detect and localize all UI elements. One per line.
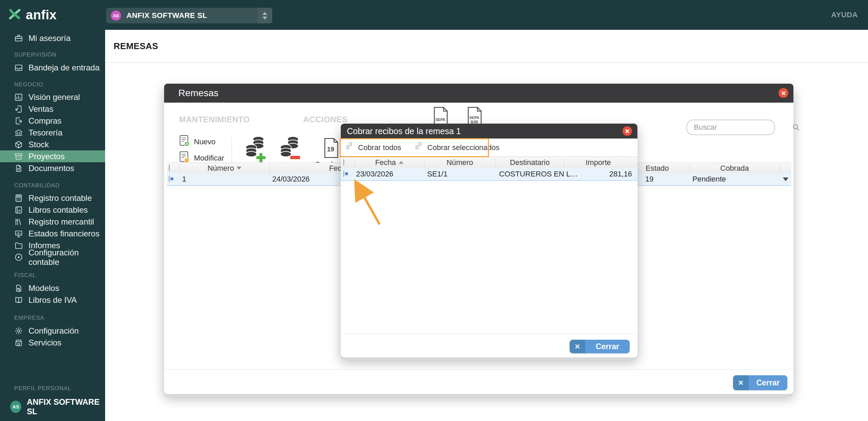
collect-coins-icon bbox=[244, 135, 266, 165]
coins-disabled-icon bbox=[345, 141, 354, 154]
cobrar-todos-button[interactable]: Cobrar todos bbox=[345, 141, 401, 154]
svg-text:SEPA: SEPA bbox=[435, 118, 445, 122]
column-header-destinatario[interactable]: Destinatario bbox=[495, 157, 564, 168]
row-checkbox[interactable] bbox=[169, 176, 170, 182]
sidebar-item-label: Libros de IVA bbox=[28, 295, 77, 305]
sidebar-item-stock[interactable]: Stock bbox=[0, 139, 105, 150]
cobrar-cerrar-button[interactable]: Cerrar bbox=[570, 340, 630, 353]
sidebar-item-label: Ventas bbox=[28, 104, 53, 114]
cobrar-modal-header: Cobrar recibos de la remesa 1 bbox=[341, 124, 637, 139]
row-dropdown-icon[interactable] bbox=[783, 177, 788, 181]
modificar-label: Modificar bbox=[194, 154, 224, 163]
cobrar-modal-toolbar: Cobrar todos Cobrar seleccionados bbox=[341, 139, 637, 156]
sort-desc-icon bbox=[237, 167, 241, 170]
sidebar-item-tesoreria[interactable]: Tesorería bbox=[0, 127, 105, 139]
sidebar-item-proyectos[interactable]: Proyectos bbox=[0, 150, 105, 162]
sidebar-item-configuracion[interactable]: Configuración bbox=[0, 325, 105, 337]
cell-cobrada: Pendiente bbox=[692, 173, 726, 185]
sidebar-item-label: Registro contable bbox=[28, 193, 92, 203]
storefront-icon bbox=[14, 338, 23, 347]
cuaderno19-document-icon: 19 bbox=[323, 138, 339, 160]
footer-divider bbox=[341, 334, 637, 334]
remesas-modal-title: Remesas bbox=[178, 84, 218, 103]
search-input[interactable] bbox=[693, 123, 792, 132]
cell-fecha: 23/03/2026 bbox=[356, 168, 393, 180]
column-header-cobrada[interactable]: Cobrada bbox=[690, 163, 780, 173]
calculator-icon bbox=[14, 194, 23, 203]
briefcase-icon bbox=[14, 34, 23, 43]
sidebar-item-label: Tesorería bbox=[28, 128, 62, 138]
sidebar-item-label: Compras bbox=[28, 116, 61, 126]
sidebar-item-vision-general[interactable]: Visión general bbox=[0, 91, 105, 103]
purchases-doc-icon bbox=[14, 117, 23, 125]
cell-numero: SE1/1 bbox=[427, 168, 448, 180]
return-coins-icon bbox=[279, 135, 301, 165]
company-selector[interactable]: AS ANFIX SOFTWARE SL bbox=[106, 8, 272, 23]
recibo-row[interactable]: 23/03/2026 SE1/1 COSTUREROS EN L… 281,16 bbox=[341, 168, 637, 181]
sidebar-item-modelos[interactable]: Modelos bbox=[0, 282, 105, 294]
company-selector-name: ANFIX SOFTWARE SL bbox=[126, 11, 257, 20]
close-x-icon bbox=[733, 375, 749, 390]
remesas-cerrar-button[interactable]: Cerrar bbox=[733, 375, 787, 390]
search-box bbox=[686, 120, 775, 135]
sidebar-item-mi-asesoria[interactable]: Mi asesoría bbox=[0, 32, 105, 44]
sidebar-item-label: Configuración bbox=[28, 326, 79, 336]
library-icon bbox=[14, 217, 23, 226]
row-checkbox[interactable] bbox=[343, 171, 344, 177]
sidebar-item-configuracion-contable[interactable]: Configuración contable bbox=[0, 251, 105, 263]
sidebar-item-documentos[interactable]: Documentos bbox=[0, 162, 105, 174]
column-header-importe[interactable]: Importe bbox=[564, 157, 632, 168]
company-selector-stepper[interactable] bbox=[257, 8, 272, 23]
nuevo-label: Nuevo bbox=[194, 138, 216, 146]
sidebar-item-registro-contable[interactable]: Registro contable bbox=[0, 192, 105, 204]
sidebar-item-libros-de-iva[interactable]: Libros de IVA bbox=[0, 294, 105, 306]
sidebar-item-ventas[interactable]: Ventas bbox=[0, 103, 105, 115]
presentation-icon bbox=[14, 229, 23, 238]
column-header-numero[interactable]: Número bbox=[424, 157, 495, 168]
coins-disabled-icon bbox=[414, 141, 423, 154]
sidebar-item-estados-financieros[interactable]: Estados financieros bbox=[0, 228, 105, 239]
inbox-icon bbox=[14, 63, 23, 72]
sidebar-item-label: Documentos bbox=[28, 164, 74, 173]
anfix-logo[interactable]: anfix bbox=[7, 0, 57, 30]
select-all-checkbox[interactable] bbox=[343, 160, 344, 166]
document-icon bbox=[14, 164, 23, 173]
close-icon[interactable] bbox=[778, 88, 788, 98]
sidebar-profile: PERFIL PERSONAL AS ANFIX SOFTWARE SL bbox=[0, 385, 105, 421]
nuevo-button[interactable]: Nuevo bbox=[179, 134, 224, 150]
cobrar-modal-title: Cobrar recibos de la remesa 1 bbox=[347, 124, 461, 139]
cobrar-recibos-modal: Cobrar recibos de la remesa 1 Cobrar tod… bbox=[341, 124, 637, 357]
cobrar-todos-label: Cobrar todos bbox=[358, 143, 401, 152]
sidebar-item-label: Stock bbox=[28, 140, 49, 149]
profile-company-name: ANFIX SOFTWARE SL bbox=[27, 397, 105, 416]
column-header-fecha[interactable]: Fecha bbox=[354, 157, 424, 168]
sidebar: Mi asesoría SUPERVISIÓN Bandeja de entra… bbox=[0, 30, 105, 421]
gear-icon bbox=[14, 327, 23, 335]
sidebar-item-label: Modelos bbox=[28, 283, 59, 293]
sidebar-item-servicios[interactable]: Servicios bbox=[0, 337, 105, 349]
remesas-modal-header: Remesas bbox=[164, 84, 793, 103]
cell-estado: 19 bbox=[645, 173, 653, 185]
sort-asc-icon bbox=[399, 161, 403, 164]
column-header-numero[interactable]: Número bbox=[179, 163, 270, 173]
profile-company[interactable]: AS ANFIX SOFTWARE SL bbox=[0, 397, 105, 416]
help-link[interactable]: AYUDA bbox=[831, 0, 858, 30]
search-icon[interactable] bbox=[792, 123, 800, 131]
sidebar-item-label: Configuración contable bbox=[28, 248, 105, 267]
actions-section-label: ACCIONES bbox=[303, 115, 348, 124]
close-icon[interactable] bbox=[623, 126, 632, 136]
sidebar-item-bandeja-de-entrada[interactable]: Bandeja de entrada bbox=[0, 62, 105, 73]
sidebar-item-compras[interactable]: Compras bbox=[0, 115, 105, 127]
select-all-checkbox[interactable] bbox=[169, 165, 170, 171]
sidebar-item-label: Mi asesoría bbox=[28, 34, 71, 43]
sidebar-item-registro-mercantil[interactable]: Registro mercantil bbox=[0, 216, 105, 228]
column-header-estado[interactable]: Estado bbox=[646, 163, 690, 173]
bank-icon bbox=[14, 128, 23, 137]
sidebar-item-label: Registro mercantil bbox=[28, 217, 94, 227]
chevron-up-icon bbox=[262, 12, 267, 15]
company-avatar: AS bbox=[111, 10, 121, 21]
cobrar-seleccionados-button[interactable]: Cobrar seleccionados bbox=[414, 141, 499, 154]
sidebar-item-libros-contables[interactable]: Libros contables bbox=[0, 204, 105, 216]
footer-divider bbox=[164, 369, 793, 370]
folder-icon bbox=[14, 241, 23, 250]
